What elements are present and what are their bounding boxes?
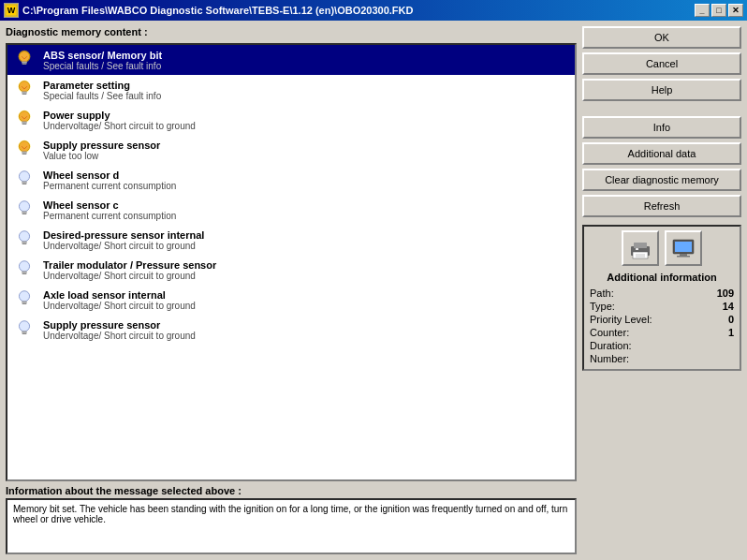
info-value: 0 xyxy=(700,313,736,326)
list-item[interactable]: Axle load sensor internal Undervoltage/ … xyxy=(7,285,575,315)
item-sub-label: Special faults / See fault info xyxy=(43,91,161,101)
info-box: Memory bit set. The vehicle has been sta… xyxy=(6,498,577,554)
svg-rect-6 xyxy=(22,61,27,63)
item-main-label: Parameter setting xyxy=(43,80,161,91)
print-icon-button[interactable] xyxy=(622,230,659,266)
minimize-button[interactable]: _ xyxy=(695,4,710,17)
svg-point-22 xyxy=(20,111,29,121)
info-label: Duration: xyxy=(588,339,700,352)
item-text: Wheel sensor c Permanent current consump… xyxy=(43,199,176,221)
item-text: Supply pressure sensor Undervoltage/ Sho… xyxy=(43,319,196,341)
item-sub-label: Permanent current consumption xyxy=(43,211,176,221)
item-main-label: Power supply xyxy=(43,110,196,121)
item-main-label: Wheel sensor c xyxy=(43,199,176,211)
refresh-button[interactable]: Refresh xyxy=(582,195,741,217)
svg-rect-46 xyxy=(22,331,27,332)
svg-rect-14 xyxy=(22,94,27,95)
list-item[interactable]: Wheel sensor c Permanent current consump… xyxy=(7,195,575,225)
svg-rect-51 xyxy=(636,248,638,250)
svg-point-39 xyxy=(19,261,29,272)
maximize-button[interactable]: □ xyxy=(711,4,726,17)
svg-rect-44 xyxy=(22,303,27,304)
additional-data-button[interactable]: Additional data xyxy=(582,142,741,165)
item-bulb-icon xyxy=(11,137,37,163)
item-main-label: Supply pressure sensor xyxy=(43,140,160,151)
right-panel: OK Cancel Help Info Additional data Clea… xyxy=(582,26,741,554)
svg-rect-13 xyxy=(22,91,27,93)
item-bulb-icon xyxy=(11,107,37,133)
item-sub-label: Value too low xyxy=(43,151,160,161)
info-table-row: Number: xyxy=(588,352,736,365)
info-label: Counter: xyxy=(588,326,700,339)
close-button[interactable]: ✕ xyxy=(728,4,743,17)
additional-info-title: Additional information xyxy=(588,272,736,283)
item-bulb-icon xyxy=(11,77,37,103)
list-item[interactable]: Supply pressure sensor Undervoltage/ Sho… xyxy=(7,315,575,345)
main-body: Diagnostic memory content : ABS sensor/ … xyxy=(0,21,747,560)
item-text: Axle load sensor internal Undervoltage/ … xyxy=(43,289,196,311)
svg-rect-49 xyxy=(634,243,647,248)
info-table: Path:109Type:14Priority Level:0Counter:1… xyxy=(588,287,736,365)
svg-rect-20 xyxy=(22,121,27,123)
svg-point-29 xyxy=(20,141,29,151)
info-value xyxy=(700,352,736,365)
info-box-text: Memory bit set. The vehicle has been sta… xyxy=(13,504,567,524)
info-box-label: Information about the message selected a… xyxy=(6,485,577,496)
svg-rect-57 xyxy=(677,256,690,258)
list-item[interactable]: ABS sensor/ Memory bit Special faults / … xyxy=(7,45,575,75)
svg-rect-38 xyxy=(22,243,27,244)
info-label: Path: xyxy=(588,287,700,300)
item-main-label: Axle load sensor internal xyxy=(43,289,196,301)
title-bar-buttons: _ □ ✕ xyxy=(695,4,743,17)
item-sub-label: Undervoltage/ Short circuit to ground xyxy=(43,301,196,311)
info-button[interactable]: Info xyxy=(582,116,741,139)
info-table-row: Type:14 xyxy=(588,300,736,313)
info-value: 1 xyxy=(700,326,736,339)
list-item[interactable]: Wheel sensor d Permanent current consump… xyxy=(7,165,575,195)
list-item[interactable]: Power supply Undervoltage/ Short circuit… xyxy=(7,105,575,135)
info-label: Number: xyxy=(588,352,700,365)
info-table-row: Priority Level:0 xyxy=(588,313,736,326)
item-text: Desired-pressure sensor internal Undervo… xyxy=(43,229,204,251)
app-icon: W xyxy=(4,3,19,18)
svg-point-42 xyxy=(19,291,29,302)
cancel-button[interactable]: Cancel xyxy=(582,52,741,75)
svg-rect-7 xyxy=(22,64,27,65)
svg-rect-50 xyxy=(633,252,648,258)
svg-rect-56 xyxy=(680,254,687,256)
item-text: ABS sensor/ Memory bit Special faults / … xyxy=(43,50,162,71)
list-item[interactable]: Desired-pressure sensor internal Undervo… xyxy=(7,225,575,255)
svg-point-45 xyxy=(19,321,29,332)
item-sub-label: Undervoltage/ Short circuit to ground xyxy=(43,121,196,131)
svg-point-30 xyxy=(19,171,29,182)
additional-info-panel: Additional information Path:109Type:14Pr… xyxy=(582,225,741,371)
clear-diagnostic-button[interactable]: Clear diagnostic memory xyxy=(582,169,741,191)
info-value xyxy=(700,339,736,352)
info-section: Information about the message selected a… xyxy=(6,485,577,554)
svg-rect-34 xyxy=(22,211,27,213)
svg-rect-21 xyxy=(22,124,27,125)
item-sub-label: Undervoltage/ Short circuit to ground xyxy=(43,271,216,281)
left-panel: Diagnostic memory content : ABS sensor/ … xyxy=(6,26,577,554)
svg-rect-27 xyxy=(22,151,27,153)
item-text: Power supply Undervoltage/ Short circuit… xyxy=(43,110,196,131)
item-bulb-icon xyxy=(11,227,37,253)
window-title: C:\Program Files\WABCO Diagnostic Softwa… xyxy=(22,5,413,16)
list-item[interactable]: Supply pressure sensor Value too low xyxy=(7,135,575,165)
info-label: Priority Level: xyxy=(588,313,700,326)
list-item[interactable]: Parameter setting Special faults / See f… xyxy=(7,75,575,105)
item-main-label: Wheel sensor d xyxy=(43,169,176,181)
list-item[interactable]: Trailer modulator / Pressure sensor Unde… xyxy=(7,255,575,285)
ok-button[interactable]: OK xyxy=(582,26,741,49)
monitor-icon-button[interactable] xyxy=(665,230,702,266)
item-main-label: Supply pressure sensor xyxy=(43,319,196,331)
diagnostic-list[interactable]: ABS sensor/ Memory bit Special faults / … xyxy=(6,43,577,481)
title-bar: W C:\Program Files\WABCO Diagnostic Soft… xyxy=(0,0,747,21)
item-bulb-icon xyxy=(11,257,37,283)
help-button[interactable]: Help xyxy=(582,79,741,101)
item-sub-label: Permanent current consumption xyxy=(43,181,176,191)
item-sub-label: Special faults / See fault info xyxy=(43,61,162,71)
item-sub-label: Undervoltage/ Short circuit to ground xyxy=(43,241,204,251)
title-bar-left: W C:\Program Files\WABCO Diagnostic Soft… xyxy=(4,3,413,18)
svg-rect-37 xyxy=(22,241,27,243)
